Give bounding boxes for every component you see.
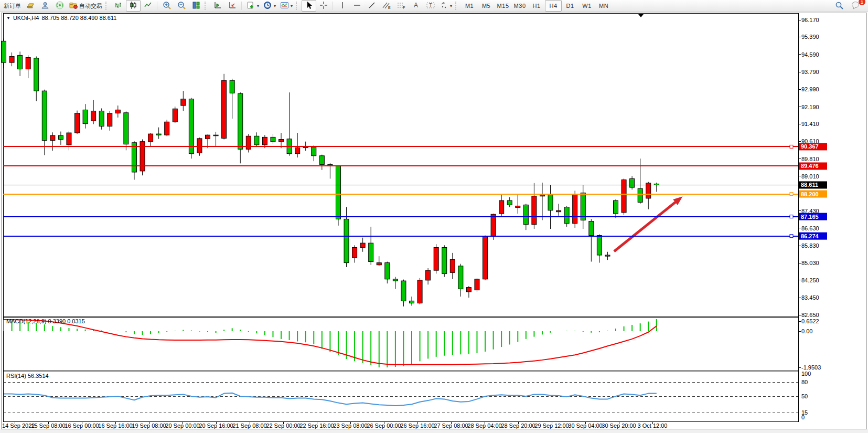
svg-text:86.630: 86.630	[801, 225, 819, 231]
vertical-line-icon	[339, 1, 346, 10]
svg-text:T: T	[429, 3, 432, 8]
zoom-out-button[interactable]	[174, 0, 189, 12]
chart-shift-icon	[228, 1, 237, 10]
svg-text:14 Sep 2022: 14 Sep 2022	[2, 423, 35, 429]
svg-text:23 Sep 08:00: 23 Sep 08:00	[333, 423, 367, 429]
svg-text:21 Sep 08:00: 21 Sep 08:00	[232, 423, 266, 429]
dropdown-caret: ▾	[274, 4, 276, 8]
svg-text:16 Sep 00:00: 16 Sep 00:00	[65, 423, 99, 429]
notifications-button[interactable]: 1	[849, 0, 863, 12]
svg-text:96.170: 96.170	[801, 17, 819, 23]
vertical-line-tool-button[interactable]	[335, 0, 350, 12]
text-label-tool-button[interactable]: T	[423, 0, 438, 12]
candle-body	[336, 166, 340, 219]
market-watch-button[interactable]	[23, 0, 38, 12]
text-icon: A	[412, 1, 420, 10]
candle-body	[197, 139, 202, 153]
svg-text:95.390: 95.390	[801, 34, 819, 40]
candle-body	[222, 80, 227, 138]
cursor-tool-button[interactable]	[302, 0, 316, 12]
signals-button[interactable]	[52, 0, 67, 12]
svg-text:86.274: 86.274	[801, 233, 819, 239]
svg-text:87.165: 87.165	[801, 214, 819, 220]
bar-chart-button[interactable]	[111, 0, 126, 12]
candle-body	[9, 56, 14, 62]
candle-body	[230, 80, 234, 93]
dropdown-caret: ▾	[257, 4, 259, 8]
equidistant-channel-icon: E	[382, 1, 391, 10]
candle-body	[165, 122, 169, 135]
svg-text:30 Sep 04:00: 30 Sep 04:00	[568, 423, 602, 429]
tab-timeframe-m5[interactable]: M5	[478, 0, 495, 12]
svg-text:22 Sep 16:00: 22 Sep 16:00	[299, 423, 334, 429]
svg-text:27 Sep 08:00: 27 Sep 08:00	[434, 423, 468, 429]
tab-timeframe-mn[interactable]: MN	[595, 0, 612, 12]
tab-timeframe-h1[interactable]: H1	[528, 0, 545, 12]
svg-text:92.990: 92.990	[801, 86, 819, 92]
chart-canvas[interactable]: 96.17095.39094.59093.79092.99092.19091.4…	[0, 0, 868, 433]
candlestick-chart-button[interactable]	[126, 0, 141, 12]
chevron-down-icon[interactable]: ▼	[6, 16, 10, 20]
clock-icon	[263, 1, 272, 11]
svg-text:0: 0	[801, 414, 805, 420]
periodicity-button[interactable]: ▾	[261, 0, 278, 12]
trendline-tool-button[interactable]	[365, 0, 379, 12]
svg-text:89.810: 89.810	[801, 156, 819, 162]
candle-body	[83, 110, 88, 123]
search-button[interactable]	[832, 0, 846, 12]
chart-window[interactable]: 96.17095.39094.59093.79092.99092.19091.4…	[0, 0, 868, 433]
svg-text:20 Sep 16:00: 20 Sep 16:00	[199, 423, 233, 429]
auto-scroll-button[interactable]	[210, 0, 225, 12]
tile-windows-button[interactable]	[189, 0, 203, 12]
candle-body	[50, 135, 55, 141]
arrows-tool-button[interactable]: ▾	[438, 0, 454, 12]
fibonacci-tool-button[interactable]: F	[394, 0, 409, 12]
candle-body	[573, 194, 577, 224]
candle-body	[417, 280, 422, 303]
crosshair-tool-button[interactable]	[316, 0, 331, 12]
zoom-in-button[interactable]	[159, 0, 174, 12]
autotrade-icon	[69, 1, 78, 10]
svg-text:80: 80	[801, 379, 808, 385]
candle-body	[393, 279, 398, 281]
candle-body	[91, 111, 96, 121]
gold-bar-icon	[26, 1, 35, 10]
candle-body	[605, 255, 610, 256]
channel-tool-button[interactable]: E	[379, 0, 394, 12]
horizontal-line-tool-button[interactable]	[350, 0, 365, 12]
candle-body	[34, 58, 39, 91]
tab-timeframe-m30[interactable]: M30	[511, 0, 528, 12]
line-handle	[790, 193, 793, 196]
toolbar-right-group: 1	[832, 0, 866, 12]
toolbar-grip	[205, 2, 208, 10]
ohlc-values-label: 88.705 88.720 88.490 88.611	[41, 15, 116, 21]
rsi-indicator-label: RSI(14) 56.3514	[6, 373, 49, 379]
line-chart-icon	[144, 1, 152, 10]
tab-timeframe-w1[interactable]: W1	[578, 0, 595, 12]
line-chart-button[interactable]	[141, 0, 155, 12]
new-order-button[interactable]: 新订单	[2, 0, 23, 12]
autotrading-button[interactable]: 自动交易	[67, 0, 104, 12]
candle-body	[344, 219, 349, 262]
candle-body	[532, 196, 537, 225]
templates-button[interactable]: ▾	[278, 0, 295, 12]
candle-body	[638, 188, 642, 202]
svg-text:50: 50	[801, 393, 808, 399]
candle-body	[475, 279, 479, 290]
tab-timeframe-m1[interactable]: M1	[461, 0, 478, 12]
tab-timeframe-h4[interactable]: H4	[545, 0, 562, 12]
tab-timeframe-d1[interactable]: D1	[562, 0, 578, 12]
text-tool-button[interactable]: A	[409, 0, 423, 12]
contact-person-icon	[41, 1, 49, 10]
macd-indicator-label: MACD(12,26,9) 0.3390 0.0315	[6, 318, 85, 324]
contacts-button[interactable]	[38, 0, 52, 12]
candle-body	[42, 91, 47, 140]
new-chart-button[interactable]: ▾	[244, 0, 261, 12]
tab-timeframe-m15[interactable]: M15	[495, 0, 511, 12]
crosshair-icon	[319, 1, 328, 10]
chart-shift-button[interactable]	[225, 0, 240, 12]
svg-text:88.200: 88.200	[801, 191, 819, 197]
autotrade-label: 自动交易	[79, 2, 102, 10]
candle-body	[401, 281, 406, 301]
candle-body	[410, 301, 414, 303]
